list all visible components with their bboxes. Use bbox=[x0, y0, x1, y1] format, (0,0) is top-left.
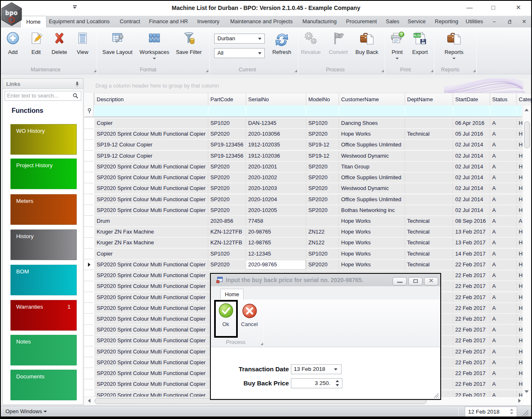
svg-text:bpo: bpo bbox=[5, 9, 18, 16]
svg-text:XLSX: XLSX bbox=[413, 34, 421, 37]
svg-text:?: ? bbox=[400, 32, 403, 37]
